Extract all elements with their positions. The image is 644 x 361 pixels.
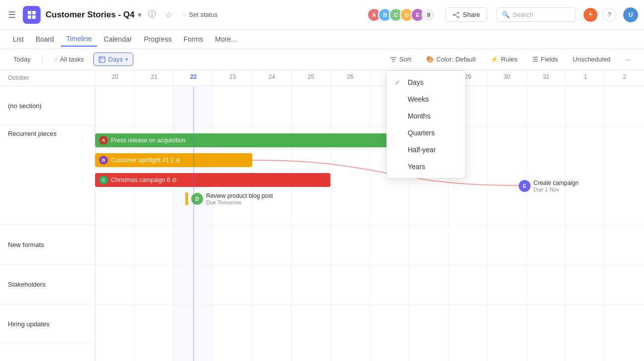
date-cell: 24 <box>252 70 291 86</box>
svg-rect-2 <box>28 15 31 19</box>
gantt-col <box>95 86 134 361</box>
rules-button[interactable]: ⚡ Rules <box>485 53 523 66</box>
task-customer-spotlight[interactable]: B Customer spotlight #1 2 ⊘ <box>95 153 252 167</box>
today-button[interactable]: Today <box>8 53 36 66</box>
gantt-col <box>252 86 291 361</box>
days-dropdown: ✓ Days ✓ Weeks ✓ Months ✓ Quarters ✓ Hal… <box>386 70 466 179</box>
review-avatar: D <box>191 193 203 205</box>
date-cells: 20212223242526272829303112 <box>95 70 644 86</box>
sub-nav: List Board Timeline Calendar Progress Fo… <box>0 30 644 49</box>
date-cell: 31 <box>527 70 566 86</box>
svg-point-6 <box>453 14 455 15</box>
month-label: October <box>0 70 95 86</box>
dropdown-item-half-year[interactable]: ✓ Half-year <box>387 141 465 158</box>
rules-icon: ⚡ <box>490 56 498 63</box>
svg-line-8 <box>455 14 458 17</box>
review-priority-bar <box>185 192 188 205</box>
svg-rect-1 <box>32 11 36 14</box>
avatar-count[interactable]: 9 <box>422 8 435 22</box>
svg-rect-9 <box>99 57 105 62</box>
dependency-lines <box>95 86 644 361</box>
bar-avatar: A <box>99 136 108 145</box>
task-press-release[interactable]: A Press release on acquisition <box>95 133 429 147</box>
date-cell: 25 <box>291 70 330 86</box>
date-cell: 20 <box>95 70 134 86</box>
tab-forms[interactable]: Forms <box>178 32 208 46</box>
gantt-col <box>330 86 370 361</box>
date-cell: 23 <box>213 70 252 86</box>
review-task-info: Review product blog post Due Tomorrow <box>206 192 273 205</box>
color-icon: 🎨 <box>426 56 434 63</box>
tab-list[interactable]: List <box>8 32 29 46</box>
task-christmas-campaign[interactable]: C Christmas campaign 6 ⊘ <box>95 173 330 187</box>
gantt-col <box>213 86 252 361</box>
search-icon: 🔍 <box>502 11 510 18</box>
task-create-campaign[interactable]: E Create campaign Due 1 Nov <box>519 180 579 192</box>
help-button[interactable]: ? <box>602 8 616 22</box>
dropdown-item-days[interactable]: ✓ Days <box>387 74 465 91</box>
task-review-blog[interactable]: D Review product blog post Due Tomorrow <box>185 190 273 207</box>
gantt-col <box>605 86 644 361</box>
gantt-col <box>291 86 330 361</box>
days-icon <box>99 56 106 63</box>
info-icon[interactable]: ⓘ <box>146 7 158 22</box>
star-icon[interactable]: ☆ <box>163 8 174 21</box>
hamburger-icon[interactable]: ☰ <box>6 7 18 22</box>
all-tasks-button[interactable]: ○ All tasks <box>49 53 90 66</box>
fields-button[interactable]: ☰ Fields <box>527 53 564 66</box>
unscheduled-button[interactable]: Unscheduled <box>567 53 616 66</box>
tab-board[interactable]: Board <box>31 32 59 46</box>
dropdown-item-years[interactable]: ✓ Years <box>387 158 465 175</box>
create-task-info: Create campaign Due 1 Nov <box>534 180 579 192</box>
section-stakeholders[interactable]: Stakeholders <box>0 265 95 304</box>
dropdown-item-quarters[interactable]: ✓ Quarters <box>387 124 465 141</box>
avatar-group: A B C D E 9 <box>367 8 435 22</box>
gantt-col <box>487 86 526 361</box>
days-button[interactable]: Days ▾ <box>93 53 133 66</box>
sort-icon <box>390 56 397 63</box>
section-hiring[interactable]: Hiring updates <box>0 304 95 344</box>
timeline-body: (no section) Recurrent pieces New format… <box>0 86 644 361</box>
tab-timeline[interactable]: Timeline <box>61 32 97 47</box>
project-title: Customer Stories - Q4 ▾ <box>46 10 141 20</box>
project-title-text: Customer Stories - Q4 <box>46 10 135 20</box>
section-recurrent[interactable]: Recurrent pieces <box>0 126 95 225</box>
color-button[interactable]: 🎨 Color: Default <box>421 53 481 66</box>
bar-avatar: C <box>99 176 108 184</box>
set-status-button[interactable]: ○ Set status <box>179 9 222 20</box>
sort-button[interactable]: Sort <box>384 53 417 66</box>
gantt-col <box>527 86 566 361</box>
svg-rect-3 <box>32 15 36 19</box>
fields-icon: ☰ <box>533 56 538 63</box>
tab-more[interactable]: More... <box>210 32 242 46</box>
dropdown-item-weeks[interactable]: ✓ Weeks <box>387 91 465 108</box>
title-chevron-icon[interactable]: ▾ <box>138 11 141 19</box>
svg-point-4 <box>458 12 459 13</box>
days-chevron-icon: ▾ <box>125 57 128 62</box>
dropdown-item-months[interactable]: ✓ Months <box>387 108 465 124</box>
svg-point-5 <box>458 16 459 18</box>
more-options-button[interactable]: ··· <box>620 53 636 66</box>
date-cell: 22 <box>173 70 213 86</box>
tab-calendar[interactable]: Calendar <box>99 32 137 46</box>
date-cell: 1 <box>566 70 605 86</box>
date-cell: 21 <box>134 70 173 86</box>
check-icon: ✓ <box>395 79 403 86</box>
user-avatar[interactable]: U <box>623 7 638 22</box>
tab-progress[interactable]: Progress <box>139 32 176 46</box>
date-header: October 20212223242526272829303112 <box>0 70 644 86</box>
gantt-col <box>134 86 173 361</box>
share-button[interactable]: Share <box>445 7 487 22</box>
search-bar[interactable]: 🔍 Search <box>496 7 576 22</box>
app-icon <box>23 6 41 24</box>
top-nav: ☰ Customer Stories - Q4 ▾ ⓘ ☆ ○ Set stat… <box>0 0 644 30</box>
date-cell: 26 <box>330 70 370 86</box>
date-cell: 2 <box>605 70 644 86</box>
section-no-section[interactable]: (no section) <box>0 86 95 126</box>
section-new-formats[interactable]: New formats <box>0 225 95 265</box>
toolbar: Today ○ All tasks Days ▾ Sort 🎨 Color: D… <box>0 49 644 70</box>
sections-column: (no section) Recurrent pieces New format… <box>0 86 95 361</box>
create-avatar: E <box>519 180 531 192</box>
add-button[interactable]: + <box>584 8 597 22</box>
bar-avatar: B <box>99 156 108 165</box>
